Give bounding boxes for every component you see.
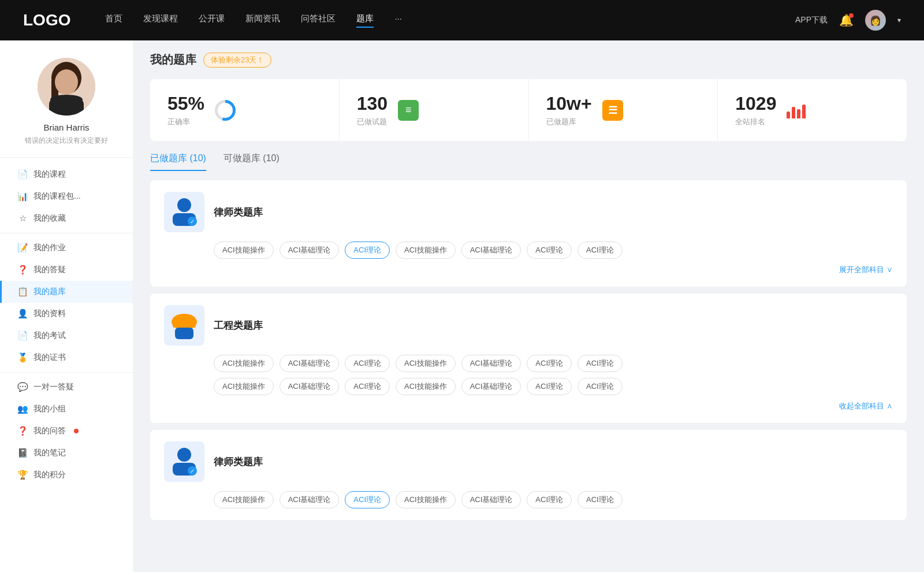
green-book-visual: ≡ <box>398 100 419 121</box>
tag-3-6[interactable]: ACI理论 <box>527 491 572 508</box>
bar2 <box>792 107 795 118</box>
stats-row: 55% 正确率 130 已做试题 ≡ <box>150 79 907 141</box>
tag-3-1[interactable]: ACI技能操作 <box>214 491 274 508</box>
tag-1-4[interactable]: ACI技能操作 <box>396 242 456 259</box>
qbank-avatar-lawyer-3: ✓ <box>164 441 204 482</box>
tag-2-11[interactable]: ACI技能操作 <box>396 378 456 395</box>
sidebar-label-qbank: 我的题库 <box>33 287 66 297</box>
tag-3-5[interactable]: ACI基础理论 <box>461 491 521 508</box>
nav-news[interactable]: 新闻资讯 <box>245 13 280 28</box>
tag-3-2[interactable]: ACI基础理论 <box>280 491 340 508</box>
sidebar-label-favorites: 我的收藏 <box>33 213 66 224</box>
sidebar-label-1on1: 一对一答疑 <box>33 382 74 392</box>
sidebar-item-favorites[interactable]: ☆ 我的收藏 <box>0 207 133 229</box>
tag-2-6[interactable]: ACI理论 <box>527 355 572 372</box>
qbank-title-lawyer-1: 律师类题库 <box>214 206 263 219</box>
avatar-inner <box>38 58 95 116</box>
tag-2-14[interactable]: ACI理论 <box>578 378 623 395</box>
avatar-image: 👩 <box>865 10 886 31</box>
stat-accuracy-number: 55% <box>167 93 204 114</box>
svg-point-6 <box>177 198 191 212</box>
bar-chart-visual <box>787 100 807 121</box>
tag-2-1[interactable]: ACI技能操作 <box>214 355 274 372</box>
tag-1-1[interactable]: ACI技能操作 <box>214 242 274 259</box>
svg-point-5 <box>50 95 83 104</box>
sidebar-item-certificate[interactable]: 🏅 我的证书 <box>0 347 133 369</box>
sidebar-item-group[interactable]: 👥 我的小组 <box>0 398 133 420</box>
answer-icon: ❓ <box>17 265 28 275</box>
sidebar-item-exam[interactable]: 📄 我的考试 <box>0 325 133 347</box>
nav-question-bank[interactable]: 题库 <box>356 13 374 28</box>
divider-2 <box>0 372 133 373</box>
homework-icon: 📝 <box>17 243 28 253</box>
tag-3-4[interactable]: ACI技能操作 <box>396 491 456 508</box>
nav-discover[interactable]: 发现课程 <box>143 13 178 28</box>
tag-1-7[interactable]: ACI理论 <box>578 242 623 259</box>
sidebar-item-homework[interactable]: 📝 我的作业 <box>0 237 133 259</box>
sidebar-label-profile: 我的资料 <box>33 309 66 319</box>
tag-1-6[interactable]: ACI理论 <box>527 242 572 259</box>
sidebar-label-certificate: 我的证书 <box>33 352 66 363</box>
my-qa-icon: ❓ <box>17 426 28 436</box>
nav-openclass[interactable]: 公开课 <box>199 13 225 28</box>
collapse-button-2[interactable]: 收起全部科目 ∧ <box>839 401 893 411</box>
stat-ranking-label: 全站排名 <box>735 117 776 127</box>
stat-questions-done: 130 已做试题 ≡ <box>340 79 529 141</box>
tag-2-10[interactable]: ACI理论 <box>345 378 390 395</box>
tag-2-13[interactable]: ACI理论 <box>527 378 572 395</box>
nav-more[interactable]: ··· <box>394 13 402 28</box>
user-avatar-header[interactable]: 👩 <box>865 10 886 31</box>
tag-2-2[interactable]: ACI基础理论 <box>280 355 340 372</box>
tag-2-5[interactable]: ACI基础理论 <box>461 355 521 372</box>
sidebar-label-group: 我的小组 <box>33 404 66 414</box>
group-icon: 👥 <box>17 404 28 414</box>
sidebar-label-homework: 我的作业 <box>33 243 66 253</box>
sidebar-item-course-package[interactable]: 📊 我的课程包... <box>0 185 133 207</box>
sidebar-item-question-bank[interactable]: 📋 我的题库 <box>0 281 133 303</box>
stat-questions-number: 130 <box>357 93 388 114</box>
tag-2-4[interactable]: ACI技能操作 <box>396 355 456 372</box>
notification-bell[interactable]: 🔔 <box>839 13 854 27</box>
stat-ranking-number: 1029 <box>735 93 776 114</box>
tag-3-3[interactable]: ACI理论 <box>345 491 390 508</box>
tag-1-2[interactable]: ACI基础理论 <box>280 242 340 259</box>
user-menu-chevron[interactable]: ▾ <box>897 16 901 24</box>
tag-2-8[interactable]: ACI技能操作 <box>214 378 274 395</box>
user-avatar-sidebar <box>38 58 95 116</box>
svg-rect-11 <box>173 324 196 328</box>
qbank-card-lawyer-1: ✓ 律师类题库 ACI技能操作 ACI基础理论 ACI理论 ACI技能操作 AC… <box>150 180 907 287</box>
main-nav: 首页 发现课程 公开课 新闻资讯 问答社区 题库 ··· <box>105 13 795 28</box>
tag-2-3[interactable]: ACI理论 <box>345 355 390 372</box>
sidebar-item-notes[interactable]: 📓 我的笔记 <box>0 442 133 464</box>
qbank-card-header-2: 工程类题库 <box>164 305 893 346</box>
sidebar-label-points: 我的积分 <box>33 470 66 480</box>
tab-available-banks[interactable]: 可做题库 (10) <box>223 153 280 170</box>
tag-1-3[interactable]: ACI理论 <box>345 242 390 259</box>
main-content: 我的题库 体验剩余23天！ 55% 正确率 130 已做试题 <box>133 40 924 572</box>
tag-1-5[interactable]: ACI基础理论 <box>461 242 521 259</box>
notes-icon: 📓 <box>17 448 28 458</box>
sidebar-item-points[interactable]: 🏆 我的积分 <box>0 464 133 486</box>
sidebar-item-1on1[interactable]: 💬 一对一答疑 <box>0 376 133 398</box>
tab-done-banks[interactable]: 已做题库 (10) <box>150 153 206 170</box>
nav-qa[interactable]: 问答社区 <box>301 13 336 28</box>
tag-2-9[interactable]: ACI基础理论 <box>280 378 340 395</box>
qbank-tags-lawyer-3: ACI技能操作 ACI基础理论 ACI理论 ACI技能操作 ACI基础理论 AC… <box>164 491 893 508</box>
tag-2-7[interactable]: ACI理论 <box>578 355 623 372</box>
qbank-title-engineering: 工程类题库 <box>214 319 263 332</box>
qbank-footer-1: 展开全部科目 ∨ <box>164 265 893 275</box>
stat-accuracy-label: 正确率 <box>167 117 204 127</box>
tag-2-12[interactable]: ACI基础理论 <box>461 378 521 395</box>
points-icon: 🏆 <box>17 470 28 480</box>
logo[interactable]: LOGO <box>23 11 70 29</box>
expand-button-1[interactable]: 展开全部科目 ∨ <box>839 265 893 275</box>
tag-3-7[interactable]: ACI理论 <box>578 491 623 508</box>
lawyer-icon-svg: ✓ <box>167 195 202 229</box>
nav-home[interactable]: 首页 <box>105 13 122 28</box>
sidebar-item-my-qa[interactable]: ❓ 我的问答 <box>0 420 133 442</box>
sidebar-item-answer-questions[interactable]: ❓ 我的答疑 <box>0 259 133 281</box>
app-download-button[interactable]: APP下载 <box>795 15 828 25</box>
sidebar-item-course[interactable]: 📄 我的课程 <box>0 164 133 185</box>
qbank-avatar-lawyer-1: ✓ <box>164 192 204 232</box>
sidebar-item-profile[interactable]: 👤 我的资料 <box>0 303 133 325</box>
